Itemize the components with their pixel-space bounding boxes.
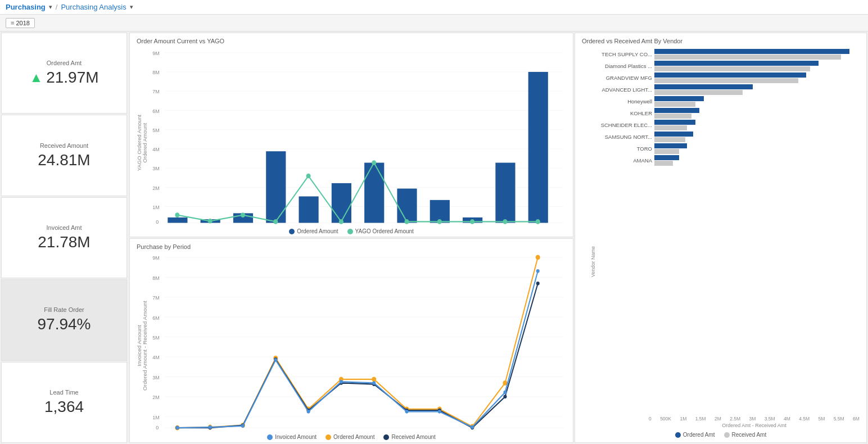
svg-point-112 — [405, 410, 409, 414]
svg-text:Invoiced Amount: Invoiced Amount — [137, 325, 142, 366]
svg-point-106 — [209, 425, 212, 429]
legend-ordered2: Ordered Amount — [326, 434, 374, 440]
vendor-name-advanced: ADVANCED LIGHT... — [587, 87, 652, 93]
kpi-card-leadtime: Lead Time 1,364 — [1, 362, 127, 443]
chart2-title: Purchase by Period — [137, 243, 566, 250]
vendor-bars-honeywell — [654, 96, 860, 107]
svg-point-103 — [503, 395, 507, 398]
svg-point-107 — [241, 424, 245, 428]
legend-invoiced: Invoiced Amount — [267, 434, 317, 440]
bar-received-advanced — [654, 90, 743, 95]
bar-received-toro — [654, 149, 679, 154]
vendor-name-grandview: GRANDVIEW MFG — [587, 75, 652, 81]
svg-text:2018/06: 2018/06 — [334, 432, 352, 433]
svg-text:2018/12: 2018/12 — [531, 432, 549, 433]
vendor-row-kohler: KOHLER — [587, 108, 860, 119]
kpi-label-leadtime: Lead Time — [49, 389, 78, 396]
svg-point-41 — [404, 219, 409, 224]
vendor-name-kohler: KOHLER — [587, 110, 652, 116]
kpi-value-invoiced: 21.78M — [38, 233, 90, 251]
svg-point-35 — [208, 219, 213, 224]
svg-rect-26 — [299, 196, 319, 223]
vendor-row-advanced: ADVANCED LIGHT... — [587, 84, 860, 95]
subtitle-link[interactable]: Purchasing Analysis — [61, 3, 126, 11]
svg-rect-33 — [528, 72, 548, 223]
svg-text:Ordered Amount: Ordered Amount — [142, 123, 148, 163]
legend-received-amt: Received Amt — [724, 432, 767, 438]
vendor-bars-diamond — [654, 61, 860, 71]
vendor-row-tech: TECH SUPPLY CO... — [587, 49, 860, 60]
top-bar-arrow2: ▾ — [130, 3, 133, 11]
svg-point-108 — [274, 358, 277, 362]
vendor-row-schneider: SCHNEIDER ELEC... — [587, 120, 860, 130]
vendor-row-samsung: SAMSUNG NORT... — [587, 132, 860, 142]
legend-ordered-amt: Ordered Amt — [675, 432, 715, 438]
svg-text:2018/03: 2018/03 — [236, 432, 254, 433]
vendor-bars-grandview — [654, 73, 860, 83]
svg-text:0: 0 — [156, 219, 159, 224]
bar-ordered-schneider — [654, 120, 695, 125]
bar-received-grandview — [654, 78, 798, 83]
bar-ordered-samsung — [654, 132, 693, 137]
chart1-container: Order Amount Current vs YAGO 9M 8M 7M 6M… — [129, 33, 573, 237]
svg-point-43 — [470, 219, 474, 224]
bar-ordered-advanced — [654, 84, 753, 89]
svg-text:1M: 1M — [152, 205, 160, 210]
right-chart-legend: Ordered Amt Received Amt — [582, 432, 860, 438]
svg-point-92 — [536, 255, 540, 260]
bar-received-tech — [654, 55, 841, 60]
svg-text:5M: 5M — [152, 334, 160, 341]
kpi-value-fillrate: 97.94% — [38, 315, 91, 333]
svg-point-109 — [307, 410, 310, 414]
vendor-row-toro: TORO — [587, 143, 860, 154]
kpi-label-invoiced: Invoiced Amt — [47, 224, 82, 231]
legend-received2: Received Amount — [383, 434, 435, 440]
kpi-panel: Ordered Amt ▲ 21.97M Received Amount 24.… — [0, 31, 128, 444]
bar-ordered-kohler — [654, 108, 699, 113]
svg-point-116 — [536, 269, 540, 273]
svg-point-37 — [273, 219, 278, 224]
svg-text:2018/04: 2018/04 — [269, 432, 286, 433]
svg-text:Ordered Amount - Received Amou: Ordered Amount - Received Amount — [142, 301, 148, 391]
vendor-row-diamond: Diamond Plastics ... — [587, 61, 860, 71]
svg-text:2M: 2M — [152, 185, 160, 191]
vendor-bars-schneider — [654, 120, 860, 130]
kpi-card-ordered: Ordered Amt ▲ 21.97M — [1, 33, 127, 114]
kpi-value-received: 24.81M — [38, 151, 90, 169]
top-bar-arrow1: ▾ — [49, 3, 52, 11]
svg-text:1M: 1M — [152, 414, 160, 420]
bar-received-diamond — [654, 66, 810, 71]
svg-text:2018/08: 2018/08 — [400, 432, 417, 433]
right-chart-title: Ordered vs Received Amt By Vendor — [582, 38, 860, 44]
svg-text:9M: 9M — [152, 51, 160, 56]
svg-point-39 — [339, 219, 343, 224]
vendor-name-tech: TECH SUPPLY CO... — [587, 51, 652, 57]
svg-rect-29 — [397, 189, 417, 223]
vendor-name-samsung: SAMSUNG NORT... — [587, 134, 652, 140]
bar-received-samsung — [654, 137, 685, 142]
chart2-svg: 9M 8M 7M 6M 5M 4M 3M 2M 1M 0 Invoiced Am… — [137, 252, 566, 433]
svg-text:2018/11: 2018/11 — [498, 432, 516, 433]
svg-text:2018/09: 2018/09 — [433, 432, 450, 433]
svg-point-111 — [372, 381, 376, 385]
vendor-chart: Vendor Name TECH SUPPLY CO... Diamond Pl… — [582, 49, 860, 438]
svg-text:5M: 5M — [152, 128, 160, 133]
chart1-title: Order Amount Current vs YAGO — [137, 38, 566, 44]
purchasing-link[interactable]: Purchasing — [6, 3, 46, 11]
vendor-list: TECH SUPPLY CO... Diamond Plastics ... G… — [587, 49, 860, 414]
svg-text:7M: 7M — [152, 295, 160, 301]
vendor-bars-samsung — [654, 132, 860, 142]
year-filter-chip[interactable]: = 2018 — [6, 18, 35, 28]
svg-point-42 — [437, 219, 442, 224]
svg-text:3M: 3M — [152, 374, 160, 380]
chart2-container: Purchase by Period 9M 8M 7M 6M 5M 4M 3M … — [129, 238, 573, 443]
vendor-bars-amana — [654, 155, 860, 166]
bar-ordered-toro — [654, 143, 687, 148]
vendor-row-honeywell: Honeywell — [587, 96, 860, 107]
legend-ordered: Ordered Amount — [289, 228, 338, 234]
chart1-legend: Ordered Amount YAGO Ordered Amount — [137, 228, 566, 234]
svg-text:9M: 9M — [152, 255, 160, 261]
x-axis-title: Ordered Amt - Received Amt — [649, 423, 860, 428]
kpi-value-leadtime: 1,364 — [44, 398, 84, 416]
bar-received-amana — [654, 161, 673, 166]
